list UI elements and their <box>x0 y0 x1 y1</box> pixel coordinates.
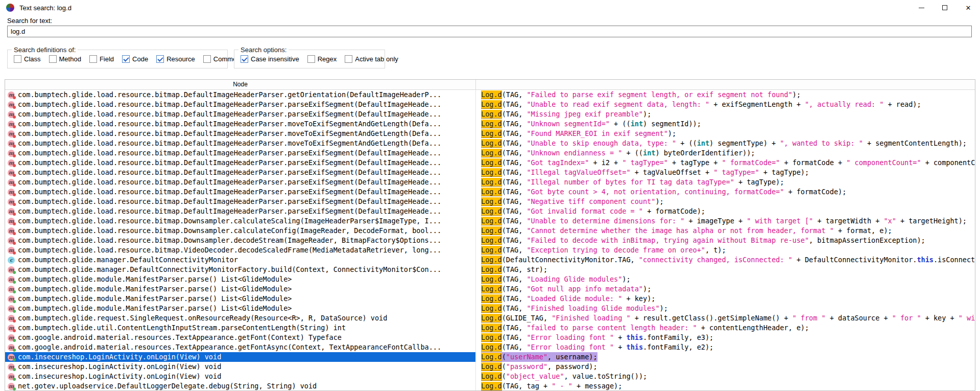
checkbox-case-insensitive[interactable]: Case insensitive <box>241 55 299 63</box>
table-row[interactable]: mcom.bumptech.glide.load.resource.bitmap… <box>5 216 975 226</box>
table-row[interactable]: mcom.insecureshop.LoginActivity.onLogin(… <box>5 372 975 381</box>
table-row[interactable]: mcom.bumptech.glide.module.ManifestParse… <box>5 304 975 313</box>
minimize-button[interactable] <box>910 0 933 15</box>
code-line: Log.d(TAG, "Found MARKER_EOI in exif seg… <box>481 129 676 139</box>
table-row[interactable]: mcom.google.android.material.resources.T… <box>5 333 975 342</box>
table-row[interactable]: mcom.bumptech.glide.load.resource.bitmap… <box>5 245 975 255</box>
checkbox-resource[interactable]: Resource <box>156 55 195 63</box>
table-row[interactable]: mnet.gotev.uploadservice.DefaultLoggerDe… <box>5 381 975 391</box>
maximize-icon <box>942 5 947 10</box>
table-row[interactable]: mcom.bumptech.glide.load.resource.bitmap… <box>5 158 975 168</box>
table-row[interactable]: mcom.bumptech.glide.load.resource.bitmap… <box>5 197 975 206</box>
table-row[interactable]: mcom.bumptech.glide.load.resource.bitmap… <box>5 109 975 119</box>
code-column-header[interactable] <box>476 80 975 89</box>
node-label: com.bumptech.glide.manager.DefaultConnec… <box>18 265 441 274</box>
checkbox-code[interactable]: Code <box>122 55 148 63</box>
checkbox-regex[interactable]: Regex <box>307 55 337 63</box>
code-line: Log.d(TAG, "Failed to decode with inBitm… <box>481 236 925 245</box>
node-label: com.google.android.material.resources.Te… <box>18 342 441 352</box>
code-token: .isConnected); <box>934 256 975 264</box>
code-token: + DefaultConnectivityMonitor. <box>793 256 917 264</box>
code-token: (TAG, <box>502 149 527 157</box>
table-row[interactable]: mcom.bumptech.glide.load.resource.bitmap… <box>5 236 975 245</box>
checkbox-icon-case-insensitive <box>241 55 248 63</box>
maximize-button[interactable] <box>933 0 957 15</box>
table-row[interactable]: mcom.bumptech.glide.module.ManifestParse… <box>5 274 975 284</box>
code-cell: Log.d(TAG, "Loaded Glide module: " + key… <box>476 294 975 304</box>
close-button[interactable]: ✕ <box>957 0 980 15</box>
table-row[interactable]: mcom.bumptech.glide.load.resource.bitmap… <box>5 187 975 197</box>
code-token: (TAG, tag + <box>502 382 552 390</box>
table-row[interactable]: mcom.bumptech.glide.load.resource.bitmap… <box>5 177 975 187</box>
method-icon: m <box>8 383 15 390</box>
code-token: + key); <box>622 294 655 303</box>
method-icon: m <box>8 315 15 322</box>
table-row[interactable]: mcom.bumptech.glide.load.resource.bitmap… <box>5 226 975 236</box>
search-definitions-group: Search definitions of: ClassMethodFieldC… <box>7 50 228 68</box>
code-token: "Loading Glide modules" <box>527 275 622 283</box>
public-visibility-dot <box>13 368 16 371</box>
method-icon: m <box>8 130 15 137</box>
table-row[interactable]: mcom.bumptech.glide.util.ContentLengthIn… <box>5 323 975 333</box>
table-row[interactable]: mcom.bumptech.glide.manager.DefaultConne… <box>5 265 975 274</box>
code-token: + read); <box>883 100 921 108</box>
code-token: ( <box>502 372 506 380</box>
checkbox-class[interactable]: Class <box>14 55 41 63</box>
table-row[interactable]: mcom.bumptech.glide.load.resource.bitmap… <box>5 100 975 109</box>
code-token: ); <box>668 129 676 137</box>
checkbox-icon-active-tab-only <box>345 55 352 63</box>
search-match-highlight: Log.d <box>481 100 502 109</box>
node-cell: mcom.bumptech.glide.load.resource.bitmap… <box>5 187 476 197</box>
code-token: , t); <box>705 246 726 254</box>
public-visibility-dot <box>13 281 16 284</box>
table-row[interactable]: mcom.insecureshop.LoginActivity.onLogin(… <box>5 362 975 372</box>
table-row[interactable]: mcom.bumptech.glide.load.resource.bitmap… <box>5 206 975 216</box>
private-visibility-dot <box>13 164 16 167</box>
search-for-text-label: Search for text: <box>7 17 52 25</box>
window-title: Text search: log.d <box>19 4 71 12</box>
node-cell: mcom.bumptech.glide.load.resource.bitmap… <box>5 109 476 119</box>
table-row[interactable]: mcom.bumptech.glide.load.resource.bitmap… <box>5 119 975 129</box>
code-token: "Unknown endianness = " <box>527 149 622 157</box>
table-row[interactable]: mcom.bumptech.glide.load.resource.bitmap… <box>5 148 975 158</box>
private-visibility-dot <box>13 319 16 323</box>
table-row[interactable]: mcom.bumptech.glide.module.ManifestParse… <box>5 284 975 294</box>
code-cell: Log.d(TAG, "Unable to determine dimensio… <box>476 216 975 226</box>
method-icon: m <box>8 208 15 215</box>
code-token: + componentCount); <box>921 158 975 167</box>
table-row[interactable]: mcom.insecureshop.LoginActivity.onLogin(… <box>5 352 975 362</box>
table-row[interactable]: mcom.bumptech.glide.load.resource.bitmap… <box>5 139 975 148</box>
private-visibility-dot <box>13 222 16 225</box>
code-cell: Log.d(TAG, str); <box>476 265 975 274</box>
code-token: + imageType + <box>684 217 747 225</box>
code-cell: Log.d(TAG, "Got null app info metadata")… <box>476 284 975 294</box>
code-line: Log.d(TAG, "Cannot determine whether the… <box>481 226 892 236</box>
public-visibility-dot <box>13 387 16 390</box>
search-match-highlight: Log.d <box>481 353 502 361</box>
table-row[interactable]: ccom.bumptech.glide.manager.DefaultConne… <box>5 255 975 265</box>
method-icon: m <box>8 247 15 254</box>
table-row[interactable]: mcom.google.android.material.resources.T… <box>5 342 975 352</box>
table-row[interactable]: mcom.bumptech.glide.module.ManifestParse… <box>5 294 975 304</box>
code-token: (TAG, <box>502 294 527 303</box>
checkbox-active-tab-only[interactable]: Active tab only <box>345 55 398 63</box>
node-column-header[interactable]: Node <box>5 80 476 89</box>
checkbox-label-code: Code <box>132 55 148 63</box>
checkbox-label-regex: Regex <box>318 55 337 63</box>
private-visibility-dot <box>13 329 16 332</box>
table-row[interactable]: mcom.bumptech.glide.load.resource.bitmap… <box>5 90 975 100</box>
code-token: + tagValueOffset + <box>631 168 714 176</box>
code-token: (TAG, <box>502 285 527 293</box>
search-input[interactable] <box>7 26 972 37</box>
code-token: + formatCode); <box>643 207 705 215</box>
table-row[interactable]: mcom.bumptech.glide.request.SingleReques… <box>5 313 975 323</box>
code-cell: Log.d(TAG, tag + " - " + message); <box>476 381 975 391</box>
table-row[interactable]: mcom.bumptech.glide.load.resource.bitmap… <box>5 168 975 177</box>
code-token: "Got tagIndex=" <box>527 158 589 167</box>
search-options-legend: Search options: <box>238 46 289 54</box>
code-line: Log.d("password", password); <box>481 362 597 372</box>
method-icon: m <box>8 276 15 283</box>
checkbox-method[interactable]: Method <box>49 55 81 63</box>
checkbox-field[interactable]: Field <box>89 55 114 63</box>
table-row[interactable]: mcom.bumptech.glide.load.resource.bitmap… <box>5 129 975 139</box>
